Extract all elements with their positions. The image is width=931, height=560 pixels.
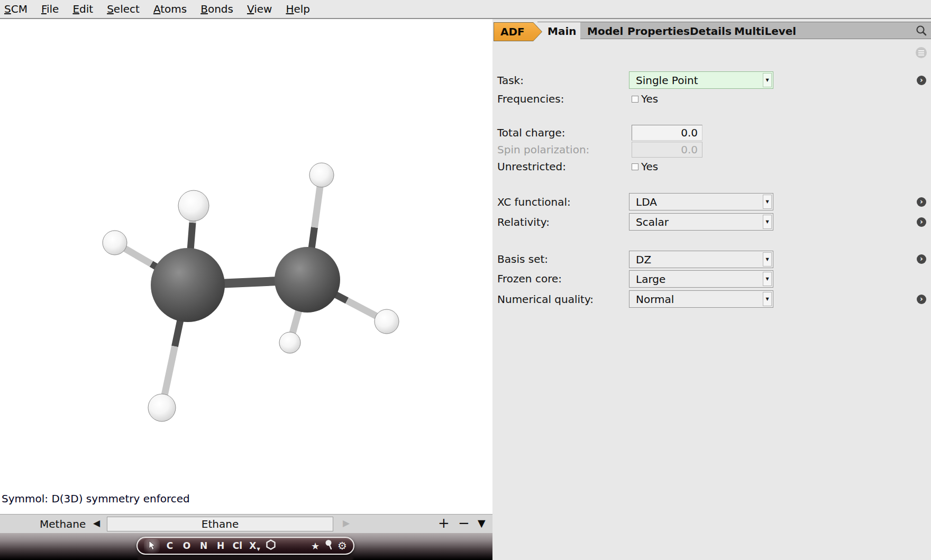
numerical-quality-label: Numerical quality: <box>497 293 594 306</box>
frozen-core-select[interactable]: Large ▼ <box>629 270 773 288</box>
dock-reflection <box>138 555 353 560</box>
carbon-atom-1[interactable] <box>151 248 225 322</box>
carbon-atom-2[interactable] <box>275 247 340 313</box>
element-x-picker-button[interactable]: X▼ <box>249 541 260 550</box>
xc-functional-value: LDA <box>629 196 657 208</box>
total-charge-input[interactable]: 0.0 <box>632 125 702 141</box>
spin-polarization-input: 0.0 <box>632 142 702 158</box>
element-n-button[interactable]: N <box>198 541 209 550</box>
tab-main[interactable]: Main <box>547 25 577 38</box>
menu-edit[interactable]: Edit <box>72 3 93 15</box>
menu-view[interactable]: View <box>247 3 272 15</box>
search-icon[interactable] <box>915 24 928 38</box>
xc-functional-detail-button[interactable]: › <box>917 197 926 207</box>
panel-menu-icon[interactable] <box>916 47 927 58</box>
hydrogen-atom-top-right[interactable] <box>309 163 334 187</box>
gear-icon[interactable]: ⚙ <box>337 539 347 552</box>
basis-set-value: DZ <box>629 253 651 266</box>
element-x-label: X <box>249 540 256 551</box>
symmetry-status: Symmol: D(3D) symmetry enforced <box>2 492 190 505</box>
adf-brand-label: ADF <box>494 23 542 41</box>
chevron-down-icon[interactable]: ▼ <box>763 272 772 286</box>
basis-set-select[interactable]: DZ ▼ <box>629 251 773 268</box>
menu-bar: SCM File Edit Select Atoms Bonds View He… <box>0 0 931 19</box>
element-c-button[interactable]: C <box>164 541 176 550</box>
basis-set-label: Basis set: <box>497 253 548 265</box>
menu-help[interactable]: Help <box>286 3 310 15</box>
tab-multilevel[interactable]: MultiLevel <box>734 25 796 38</box>
frequencies-label: Frequencies: <box>497 93 564 105</box>
basis-set-detail-button[interactable]: › <box>917 254 926 264</box>
tool-dock: C O N H Cl X▼ ★ ⚙ <box>136 537 354 555</box>
current-molecule-name: Ethane <box>202 518 239 530</box>
tab-model[interactable]: Model <box>587 25 623 38</box>
hydrogen-atom-right[interactable] <box>375 309 399 334</box>
menu-select[interactable]: Select <box>107 3 140 15</box>
element-o-button[interactable]: O <box>181 541 193 550</box>
adf-brand-badge[interactable]: ADF <box>494 22 542 41</box>
task-label: Task: <box>497 74 524 87</box>
frequencies-option-label: Yes <box>641 93 658 105</box>
unrestricted-option-label: Yes <box>641 160 658 173</box>
task-value: Single Point <box>629 74 698 87</box>
chevron-down-icon[interactable]: ▼ <box>763 215 772 229</box>
hydrogen-atom-left[interactable] <box>103 231 127 255</box>
chevron-down-icon[interactable]: ▼ <box>763 73 772 87</box>
menu-scm[interactable]: SCM <box>4 3 28 15</box>
element-h-button[interactable]: H <box>215 541 226 550</box>
xc-functional-select[interactable]: LDA ▼ <box>629 193 773 210</box>
relativity-detail-button[interactable]: › <box>917 217 926 227</box>
previous-molecule-button[interactable]: Methane <box>40 518 86 530</box>
molecule-viewport[interactable]: Symmol: D(3D) symmetry enforced <box>0 19 492 514</box>
tab-properties[interactable]: Properties <box>627 25 690 38</box>
relativity-label: Relativity: <box>497 216 550 228</box>
add-molecule-button[interactable]: + <box>438 513 450 533</box>
cursor-icon <box>149 541 156 550</box>
molecule-history-bar: Methane ◀ Ethane ▶ + − ▼ <box>0 514 492 533</box>
tool-dock-strip: C O N H Cl X▼ ★ ⚙ <box>0 533 492 560</box>
remove-molecule-button[interactable]: − <box>458 513 470 533</box>
menu-file[interactable]: File <box>41 3 59 15</box>
chevron-down-icon[interactable]: ▼ <box>763 252 772 267</box>
ethane-molecule[interactable] <box>0 19 492 514</box>
star-icon[interactable]: ★ <box>311 540 320 552</box>
chevron-down-icon: ▼ <box>257 547 260 552</box>
task-detail-button[interactable]: › <box>917 76 926 85</box>
hydrogen-atom-bottom-left[interactable] <box>148 394 176 421</box>
tab-details[interactable]: Details <box>690 25 732 38</box>
total-charge-label: Total charge: <box>497 126 565 139</box>
menu-atoms[interactable]: Atoms <box>153 3 187 15</box>
hydrogen-atom-top[interactable] <box>178 190 209 221</box>
chevron-down-icon[interactable]: ▼ <box>763 292 772 306</box>
next-arrow-icon[interactable]: ▶ <box>343 519 350 528</box>
relativity-value: Scalar <box>629 216 669 228</box>
xc-functional-label: XC functional: <box>497 196 571 208</box>
numerical-quality-select[interactable]: Normal ▼ <box>629 290 773 308</box>
numerical-quality-value: Normal <box>629 293 674 306</box>
current-molecule-field[interactable]: Ethane <box>107 517 333 531</box>
hexagon-icon <box>266 539 276 550</box>
frozen-core-label: Frozen core: <box>497 272 562 285</box>
previous-arrow-icon[interactable]: ◀ <box>93 519 100 528</box>
ring-tool-button[interactable] <box>266 539 276 552</box>
unrestricted-checkbox[interactable] <box>632 163 638 170</box>
task-select[interactable]: Single Point ▼ <box>629 71 773 89</box>
spin-polarization-label: Spin polarization: <box>497 143 589 156</box>
collapse-panel-icon[interactable]: ▼ <box>478 518 486 528</box>
numerical-quality-detail-button[interactable]: › <box>917 295 926 304</box>
unrestricted-label: Unrestricted: <box>497 160 566 173</box>
frozen-core-value: Large <box>629 273 665 286</box>
relativity-select[interactable]: Scalar ▼ <box>629 213 773 231</box>
element-cl-button[interactable]: Cl <box>232 541 243 550</box>
frequencies-checkbox[interactable] <box>632 96 638 103</box>
pointer-tool-selected[interactable] <box>144 539 160 553</box>
balloon-icon[interactable] <box>325 539 332 552</box>
hydrogen-atom-center-below[interactable] <box>279 332 300 353</box>
menu-bonds[interactable]: Bonds <box>200 3 233 15</box>
chevron-down-icon[interactable]: ▼ <box>763 195 772 209</box>
